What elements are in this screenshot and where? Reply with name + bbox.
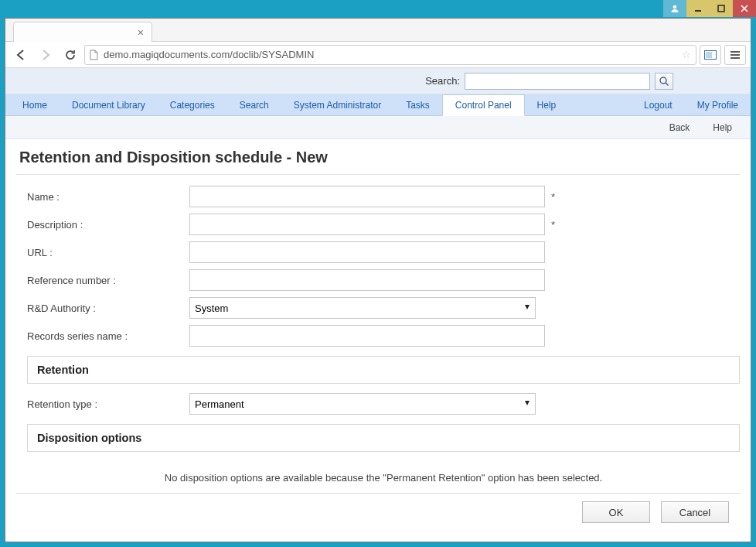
reload-button[interactable] [60, 45, 81, 65]
window-close-button[interactable] [733, 0, 756, 17]
retention-section: Retention [27, 356, 740, 384]
nav-my-profile[interactable]: My Profile [685, 94, 751, 115]
description-label: Description : [27, 219, 189, 231]
search-input[interactable] [465, 73, 650, 90]
retention-type-select[interactable]: Permanent [189, 393, 536, 415]
retention-form: Name : * Description : * URL : Reference… [16, 183, 740, 491]
disposition-note: No disposition options are available bec… [27, 458, 740, 491]
reference-number-field[interactable] [189, 269, 545, 291]
page-title: Retention and Disposition schedule - New [16, 145, 740, 174]
browser-toolbar: demo.magiqdocuments.com/doclib/SYSADMIN … [5, 42, 751, 68]
name-field[interactable] [189, 186, 545, 207]
nav-control-panel[interactable]: Control Panel [442, 94, 525, 116]
disposition-section: Disposition options [27, 424, 740, 452]
authority-label: R&D Authority : [27, 303, 189, 314]
back-button[interactable] [10, 45, 32, 65]
description-field[interactable] [189, 214, 545, 235]
browser-window: × demo.magiqdocuments.com/doclib/SYSADMI… [5, 18, 751, 542]
bookmark-star-icon[interactable]: ☆ [682, 49, 691, 60]
nav-spacer [568, 94, 632, 115]
title-divider [16, 174, 740, 175]
svg-point-8 [660, 77, 666, 84]
series-name-field[interactable] [189, 325, 545, 347]
window-titlebar [0, 0, 756, 18]
form-footer: OK Cancel [16, 493, 740, 531]
page-content: Search: Home Document Library Categories… [5, 68, 751, 542]
svg-rect-4 [706, 52, 712, 58]
retention-heading: Retention [37, 364, 730, 376]
nav-tasks[interactable]: Tasks [393, 94, 442, 115]
svg-rect-7 [730, 57, 740, 59]
user-icon[interactable] [663, 0, 686, 17]
window-maximize-button[interactable] [710, 0, 733, 17]
browser-tabstrip: × [5, 19, 751, 42]
svg-rect-5 [730, 51, 740, 53]
required-marker: * [551, 191, 555, 203]
reference-number-label: Reference number : [27, 275, 189, 286]
required-marker: * [551, 219, 555, 231]
back-link[interactable]: Back [669, 122, 690, 133]
name-label: Name : [27, 191, 189, 203]
nav-logout[interactable]: Logout [632, 94, 685, 115]
svg-point-0 [673, 5, 677, 9]
help-link[interactable]: Help [713, 122, 732, 133]
nav-home[interactable]: Home [10, 94, 60, 115]
tab-close-icon[interactable]: × [138, 26, 144, 39]
authority-select[interactable]: System [189, 297, 536, 319]
address-bar[interactable]: demo.magiqdocuments.com/doclib/SYSADMIN … [84, 45, 696, 65]
series-name-label: Records series name : [27, 330, 189, 342]
svg-rect-2 [718, 5, 724, 12]
browser-menu-button[interactable] [724, 45, 746, 65]
main-nav: Home Document Library Categories Search … [5, 94, 751, 116]
window-minimize-button[interactable] [686, 0, 710, 17]
svg-rect-6 [730, 54, 740, 56]
nav-search[interactable]: Search [227, 94, 281, 115]
panel-toggle-button[interactable] [700, 45, 721, 65]
url-label: URL : [27, 247, 189, 258]
nav-system-administrator[interactable]: System Administrator [281, 94, 393, 115]
retention-type-label: Retention type : [27, 398, 189, 410]
global-search-bar: Search: [5, 68, 751, 94]
page-icon [90, 50, 99, 60]
url-field[interactable] [189, 241, 545, 263]
page-sub-links: Back Help [5, 116, 751, 139]
browser-tab[interactable]: × [13, 22, 152, 42]
form-page: Retention and Disposition schedule - New… [5, 139, 751, 542]
search-button[interactable] [655, 73, 673, 90]
nav-categories[interactable]: Categories [158, 94, 227, 115]
disposition-heading: Disposition options [37, 432, 730, 444]
nav-help[interactable]: Help [525, 94, 569, 115]
nav-document-library[interactable]: Document Library [60, 94, 158, 115]
forward-button[interactable] [35, 45, 56, 65]
ok-button[interactable]: OK [582, 501, 650, 523]
search-label: Search: [425, 75, 460, 87]
cancel-button[interactable]: Cancel [661, 501, 729, 523]
url-text: demo.magiqdocuments.com/doclib/SYSADMIN [104, 49, 314, 60]
svg-rect-1 [695, 10, 701, 12]
